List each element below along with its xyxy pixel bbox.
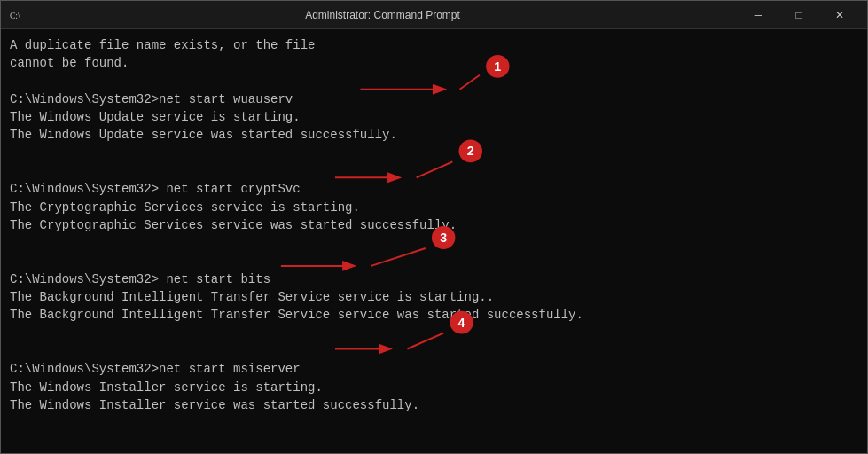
terminal-line-2	[10, 73, 858, 90]
terminal-line-15: The Background Intelligent Transfer Serv…	[10, 306, 858, 324]
terminal-line-3: C:\Windows\System32>net start wuauserv	[10, 90, 858, 108]
terminal-line-9: The Cryptographic Services service is st…	[10, 199, 858, 216]
terminal-line-16	[10, 325, 858, 342]
terminal-line-14: The Background Intelligent Transfer Serv…	[10, 288, 858, 306]
titlebar: C:\ Administrator: Command Prompt ─ □ ✕	[1, 1, 867, 29]
terminal-line-10: The Cryptographic Services service was s…	[10, 216, 858, 234]
terminal-line-23: C:\Windows\System32>	[10, 450, 858, 453]
terminal-line-21	[10, 414, 858, 432]
terminal-body[interactable]: A duplicate file name exists, or the fil…	[1, 29, 867, 453]
terminal-line-7	[10, 162, 858, 180]
terminal-line-5: The Windows Update service was started s…	[10, 126, 858, 144]
svg-text:C:\: C:\	[10, 11, 20, 20]
terminal-line-4: The Windows Update service is starting.	[10, 108, 858, 126]
terminal-line-20: The Windows Installer service was starte…	[10, 396, 858, 414]
terminal-line-11	[10, 234, 858, 252]
terminal-line-0: A duplicate file name exists, or the fil…	[10, 36, 858, 54]
cmd-icon: C:\	[8, 8, 22, 22]
terminal-line-8: C:\Windows\System32> net start cryptSvc	[10, 180, 858, 198]
cmd-window: C:\ Administrator: Command Prompt ─ □ ✕ …	[0, 0, 868, 454]
terminal-line-19: The Windows Installer service is startin…	[10, 379, 858, 396]
terminal-line-6	[10, 145, 858, 162]
terminal-line-12	[10, 253, 858, 270]
terminal-line-17	[10, 342, 858, 360]
terminal-line-1: cannot be found.	[10, 54, 858, 72]
terminal-line-22	[10, 433, 858, 450]
minimize-button[interactable]: ─	[738, 1, 778, 29]
close-button[interactable]: ✕	[819, 1, 860, 29]
terminal-line-13: C:\Windows\System32> net start bits	[10, 270, 858, 288]
maximize-button[interactable]: □	[778, 1, 819, 29]
terminal-line-18: C:\Windows\System32>net start msiserver	[10, 360, 858, 378]
window-controls: ─ □ ✕	[738, 1, 860, 29]
terminal-content: A duplicate file name exists, or the fil…	[10, 36, 858, 453]
window-title: Administrator: Command Prompt	[27, 9, 738, 21]
